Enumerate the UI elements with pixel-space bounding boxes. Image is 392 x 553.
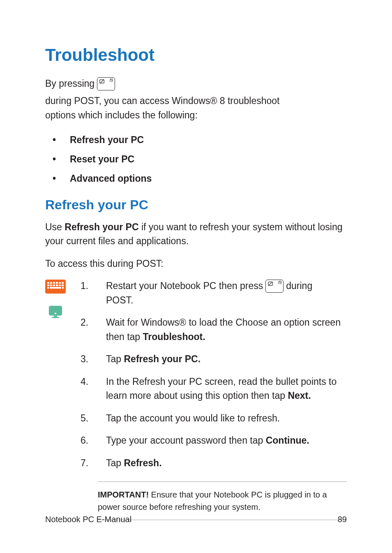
section-subhead: Refresh your PC [45, 197, 347, 213]
svg-rect-19 [54, 316, 58, 317]
key-label: f9 [110, 79, 113, 83]
step-text: POST. [106, 295, 133, 305]
disable-touchpad-icon [267, 281, 273, 287]
svg-rect-2 [45, 280, 66, 294]
step-text: Restart your Notebook PC then press [106, 279, 263, 293]
steps-list: 1. Restart your Notebook PC then press f… [81, 279, 347, 478]
svg-rect-20 [52, 317, 60, 318]
svg-rect-4 [50, 282, 52, 284]
step-number: 7. [81, 456, 90, 470]
step-text: Type your account password then tap [106, 435, 266, 446]
svg-rect-14 [62, 285, 64, 286]
footer-left: Notebook PC E-Manual [45, 515, 131, 524]
refresh-description: Use Refresh your PC if you want to refre… [45, 220, 347, 248]
step-6: 6. Type your account password then tap C… [81, 433, 347, 448]
step-3: 3. Tap Refresh your PC. [81, 352, 347, 366]
svg-rect-12 [56, 285, 58, 286]
icons-column [45, 279, 69, 478]
monitor-icon [45, 305, 66, 319]
text-fragment: Use [45, 222, 65, 232]
svg-rect-6 [56, 282, 58, 284]
step-text: Tap the account you would like to refres… [106, 411, 347, 426]
step-7: 7. Tap Refresh. [81, 456, 347, 470]
disable-touchpad-icon [99, 79, 105, 84]
svg-rect-9 [47, 285, 49, 286]
text-bold: Refresh. [124, 458, 161, 468]
svg-rect-16 [50, 287, 61, 289]
intro-paragraph: By pressing f9 during POST, you can acce… [45, 76, 347, 123]
svg-rect-21 [55, 313, 56, 314]
svg-rect-13 [59, 285, 61, 286]
text-bold: Refresh your PC [65, 222, 138, 232]
svg-rect-15 [47, 287, 49, 289]
f9-key-icon: f9 [97, 77, 115, 90]
bullet-list: Refresh your PC Reset your PC Advanced o… [70, 134, 347, 184]
svg-line-1 [100, 79, 104, 83]
step-text: Tap [106, 458, 124, 468]
step-2: 2. Wait for Windows® to load the Choose … [81, 315, 347, 344]
bullet-reset: Reset your PC [70, 154, 347, 165]
step-number: 1. [81, 279, 90, 307]
step-4: 4. In the Refresh your PC screen, read t… [81, 375, 347, 403]
key-label: f9 [278, 281, 281, 285]
svg-rect-11 [53, 285, 55, 286]
step-number: 6. [81, 433, 90, 448]
svg-rect-17 [62, 287, 64, 289]
keyboard-icon [45, 280, 66, 294]
bullet-advanced: Advanced options [70, 173, 347, 184]
bullet-refresh: Refresh your PC [70, 134, 347, 146]
svg-line-23 [269, 282, 272, 285]
step-text: Wait for Windows® to load the Choose an … [106, 317, 341, 342]
svg-rect-3 [47, 282, 49, 284]
svg-rect-8 [62, 282, 64, 284]
text-bold: Troubleshoot. [143, 331, 205, 342]
step-5: 5. Tap the account you would like to ref… [81, 411, 347, 426]
step-text: during [286, 279, 312, 293]
svg-rect-10 [50, 285, 52, 286]
svg-rect-7 [59, 282, 61, 284]
step-number: 5. [81, 411, 90, 426]
step-number: 4. [81, 375, 90, 403]
note-label: IMPORTANT! [98, 490, 149, 499]
svg-rect-5 [53, 282, 55, 284]
steps-area: 1. Restart your Notebook PC then press f… [45, 279, 347, 478]
text-bold: Next. [288, 390, 311, 401]
step-text: Tap [106, 354, 124, 364]
text-bold: Refresh your PC. [124, 354, 201, 364]
f9-key-icon: f9 [265, 280, 284, 293]
intro-text-line2: options which includes the following: [45, 108, 347, 123]
access-line: To access this during POST: [45, 257, 347, 271]
step-1: 1. Restart your Notebook PC then press f… [81, 279, 347, 307]
intro-text-before: By pressing [45, 76, 95, 91]
intro-text-after: during POST, you can access Windows® 8 t… [45, 94, 280, 109]
page-title: Troubleshoot [45, 45, 347, 65]
text-bold: Continue. [266, 435, 309, 446]
page-footer: Notebook PC E-Manual 89 [45, 515, 347, 524]
step-number: 2. [81, 315, 90, 344]
step-number: 3. [81, 352, 90, 366]
footer-page-number: 89 [338, 515, 347, 524]
